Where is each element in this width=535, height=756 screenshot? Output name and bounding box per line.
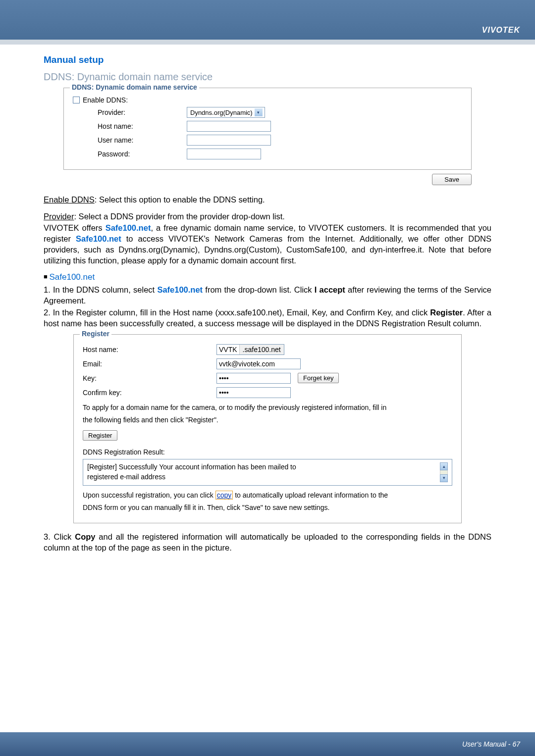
reg-instruction-2: the following fields and then click "Reg… <box>83 415 452 425</box>
enable-ddns-checkbox[interactable] <box>73 97 80 103</box>
reg-confirm-input[interactable]: •••• <box>216 387 291 398</box>
save-button[interactable]: Save <box>432 174 472 185</box>
result-text: [Register] Successfully Your account inf… <box>87 462 305 482</box>
section-title: Manual setup <box>44 54 491 65</box>
brand-label: VIVOTEK <box>482 26 520 35</box>
provider-dropdown[interactable]: Dyndns.org(Dynamic) ▾ <box>187 107 265 118</box>
safe100-link[interactable]: Safe100.net <box>106 223 151 232</box>
footer-bar: User's Manual - 67 <box>0 732 535 756</box>
post-reg-line2: DDNS form or you can manually fill it in… <box>83 503 452 513</box>
result-textarea[interactable]: [Register] Successfully Your account inf… <box>83 459 452 485</box>
password-input[interactable] <box>187 149 261 159</box>
register-legend: Register <box>80 330 111 338</box>
reg-instruction-1: To apply for a domain name for the camer… <box>83 403 452 413</box>
result-label: DDNS Registration Result: <box>83 448 452 457</box>
password-label: Password: <box>73 150 187 158</box>
subsection-title: DDNS: Dynamic domain name service <box>44 71 491 83</box>
scroll-down-icon[interactable]: ▾ <box>440 474 448 482</box>
step1-safe100-link[interactable]: Safe100.net <box>157 285 203 294</box>
safe100-link-2[interactable]: Safe100.net <box>76 234 121 243</box>
reg-key-input[interactable]: •••• <box>216 373 291 384</box>
step-1: 1. In the DDNS column, select Safe100.ne… <box>44 284 491 306</box>
register-button[interactable]: Register <box>83 430 117 441</box>
enable-ddns-label: Enable DDNS: <box>83 96 128 104</box>
header-bar: VIVOTEK <box>0 0 535 40</box>
safe100-heading: Safe100.net <box>44 272 491 282</box>
step-2: 2. In the Register column, fill in the H… <box>44 307 491 329</box>
provider-detail: VIVOTEK offers Safe100.net, a free dynam… <box>44 222 491 266</box>
username-input[interactable] <box>187 135 271 146</box>
ddns-legend: DDNS: Dynamic domain name service <box>70 83 199 91</box>
post-reg-line1: Upon successful registration, you can cl… <box>83 491 452 501</box>
steps-list-2: 3. Click Copy and all the registered inf… <box>44 531 491 554</box>
reg-hostname-input[interactable]: VVTK .safe100.net <box>216 344 284 355</box>
reg-hostname-label: Host name: <box>83 346 216 353</box>
step-3: 3. Click Copy and all the registered inf… <box>44 531 491 554</box>
copy-link[interactable]: copy <box>215 491 233 500</box>
content: Manual setup DDNS: Dynamic domain name s… <box>0 45 535 553</box>
steps-list: 1. In the DDNS column, select Safe100.ne… <box>44 284 491 329</box>
forget-key-button[interactable]: Forget key <box>298 373 339 383</box>
enable-ddns-description: Enable DDNS: Select this option to enabl… <box>44 194 491 205</box>
header-underline <box>0 40 535 45</box>
provider-description: Provider: Select a DDNS provider from th… <box>44 211 491 222</box>
username-label: User name: <box>73 136 187 144</box>
scroll-up-icon[interactable]: ▴ <box>440 462 448 470</box>
register-fieldset: Register Host name: VVTK .safe100.net Em… <box>73 334 462 523</box>
provider-label: Provider: <box>73 108 187 116</box>
footer-text: User's Manual - 67 <box>462 740 520 748</box>
reg-email-label: Email: <box>83 360 216 368</box>
reg-key-label: Key: <box>83 374 216 382</box>
hostname-label: Host name: <box>73 122 187 130</box>
reg-email-input[interactable]: vvtk@vivotek.com <box>216 358 301 369</box>
hostname-input[interactable] <box>187 121 271 132</box>
ddns-fieldset: DDNS: Dynamic domain name service Enable… <box>63 88 472 170</box>
chevron-down-icon: ▾ <box>255 108 263 116</box>
scrollbar[interactable]: ▴ ▾ <box>440 462 448 482</box>
scroll-track[interactable] <box>440 470 448 474</box>
reg-confirm-label: Confirm key: <box>83 389 216 397</box>
provider-value: Dyndns.org(Dynamic) <box>190 109 253 116</box>
